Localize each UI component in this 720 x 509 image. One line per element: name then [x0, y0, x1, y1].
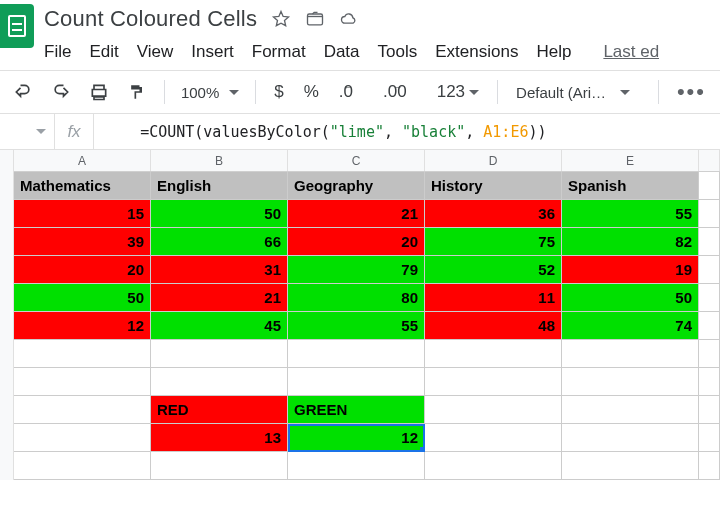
- col-header-A[interactable]: A: [14, 150, 151, 171]
- cell[interactable]: [699, 228, 720, 256]
- cell[interactable]: [699, 284, 720, 312]
- last-edit-link[interactable]: Last ed: [603, 42, 659, 62]
- cell[interactable]: 74: [562, 312, 699, 340]
- move-to-drive-icon[interactable]: [305, 9, 325, 29]
- cell[interactable]: 80: [288, 284, 425, 312]
- cell[interactable]: [425, 424, 562, 452]
- cell[interactable]: 39: [14, 228, 151, 256]
- cell[interactable]: [14, 368, 151, 396]
- separator: [658, 80, 659, 104]
- row-header-gutter[interactable]: [0, 150, 14, 480]
- cell[interactable]: [288, 368, 425, 396]
- sheets-logo-icon[interactable]: [0, 4, 34, 48]
- col-header-D[interactable]: D: [425, 150, 562, 171]
- cell[interactable]: 36: [425, 200, 562, 228]
- cell[interactable]: 19: [562, 256, 699, 284]
- cell[interactable]: 52: [425, 256, 562, 284]
- cell[interactable]: 15: [14, 200, 151, 228]
- cell[interactable]: [562, 452, 699, 480]
- cell[interactable]: 11: [425, 284, 562, 312]
- cell[interactable]: 12: [14, 312, 151, 340]
- cell[interactable]: [562, 396, 699, 424]
- cell[interactable]: English: [151, 172, 288, 200]
- star-icon[interactable]: [271, 9, 291, 29]
- cell[interactable]: [425, 396, 562, 424]
- col-header-blank[interactable]: [699, 150, 720, 171]
- menu-format[interactable]: Format: [252, 42, 306, 62]
- col-header-E[interactable]: E: [562, 150, 699, 171]
- menu-tools[interactable]: Tools: [378, 42, 418, 62]
- grid[interactable]: A B C D E Mathematics English Geography …: [14, 150, 720, 480]
- cell[interactable]: 55: [562, 200, 699, 228]
- cell[interactable]: 31: [151, 256, 288, 284]
- cell[interactable]: 48: [425, 312, 562, 340]
- cell-red-label[interactable]: RED: [151, 396, 288, 424]
- cell[interactable]: [151, 452, 288, 480]
- name-box[interactable]: [0, 129, 54, 134]
- cell[interactable]: 66: [151, 228, 288, 256]
- cell[interactable]: Spanish: [562, 172, 699, 200]
- cell[interactable]: [14, 452, 151, 480]
- cell[interactable]: [288, 340, 425, 368]
- cell[interactable]: [699, 368, 720, 396]
- menu-data[interactable]: Data: [324, 42, 360, 62]
- cell[interactable]: 79: [288, 256, 425, 284]
- cell[interactable]: History: [425, 172, 562, 200]
- cell[interactable]: [562, 424, 699, 452]
- cell[interactable]: [425, 340, 562, 368]
- cell[interactable]: [562, 368, 699, 396]
- cell[interactable]: [562, 340, 699, 368]
- selection-handle-icon[interactable]: [420, 447, 425, 452]
- cell[interactable]: 45: [151, 312, 288, 340]
- menu-file[interactable]: File: [44, 42, 71, 62]
- menu-edit[interactable]: Edit: [89, 42, 118, 62]
- cell[interactable]: [425, 452, 562, 480]
- cell[interactable]: 50: [14, 284, 151, 312]
- cell[interactable]: 75: [425, 228, 562, 256]
- cell[interactable]: [151, 368, 288, 396]
- cell-green-count[interactable]: 12: [288, 424, 425, 452]
- zoom-select[interactable]: 100%: [175, 84, 245, 101]
- undo-button[interactable]: [6, 75, 40, 109]
- cell[interactable]: [699, 452, 720, 480]
- menu-insert[interactable]: Insert: [191, 42, 234, 62]
- cell[interactable]: 21: [288, 200, 425, 228]
- cell[interactable]: [699, 424, 720, 452]
- cell[interactable]: 82: [562, 228, 699, 256]
- cell[interactable]: [14, 396, 151, 424]
- cell[interactable]: [288, 452, 425, 480]
- cell[interactable]: Mathematics: [14, 172, 151, 200]
- redo-button[interactable]: [44, 75, 78, 109]
- cell[interactable]: [699, 200, 720, 228]
- document-title[interactable]: Count Coloured Cells: [44, 6, 257, 32]
- cell[interactable]: 21: [151, 284, 288, 312]
- cell[interactable]: Geography: [288, 172, 425, 200]
- cell[interactable]: [699, 340, 720, 368]
- menu-extensions[interactable]: Extensions: [435, 42, 518, 62]
- column-headers[interactable]: A B C D E: [14, 150, 720, 172]
- table-row: [14, 368, 720, 396]
- cell[interactable]: 20: [288, 228, 425, 256]
- cell[interactable]: [14, 424, 151, 452]
- cell[interactable]: [699, 396, 720, 424]
- cell[interactable]: 20: [14, 256, 151, 284]
- cell[interactable]: [699, 172, 720, 200]
- col-header-C[interactable]: C: [288, 150, 425, 171]
- cell[interactable]: 50: [151, 200, 288, 228]
- font-family-select[interactable]: Default (Ari…: [508, 84, 648, 101]
- cell[interactable]: [151, 340, 288, 368]
- cell[interactable]: [699, 256, 720, 284]
- cloud-status-icon[interactable]: [339, 9, 359, 29]
- cell[interactable]: 55: [288, 312, 425, 340]
- col-header-B[interactable]: B: [151, 150, 288, 171]
- cell[interactable]: [425, 368, 562, 396]
- table-row: RED GREEN: [14, 396, 720, 424]
- menu-view[interactable]: View: [137, 42, 174, 62]
- cell-green-label[interactable]: GREEN: [288, 396, 425, 424]
- cell[interactable]: 50: [562, 284, 699, 312]
- cell[interactable]: [699, 312, 720, 340]
- cell[interactable]: [14, 340, 151, 368]
- toolbar-more-button[interactable]: •••: [669, 79, 714, 105]
- menu-help[interactable]: Help: [536, 42, 571, 62]
- cell-red-count[interactable]: 13: [151, 424, 288, 452]
